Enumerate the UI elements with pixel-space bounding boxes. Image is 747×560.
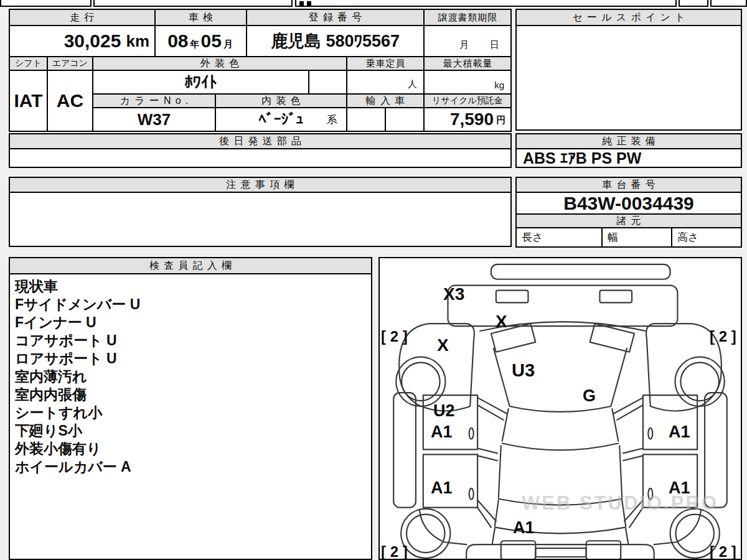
mark-left-front-door: A1 — [431, 422, 453, 442]
spec-width-cell: 幅 — [601, 227, 672, 248]
interior-color-suffix: 系 — [327, 113, 337, 127]
exterior-color-header: 外装色 — [92, 56, 347, 71]
wheel-shapes — [396, 357, 725, 558]
notes-header: 注意事項欄 — [9, 177, 512, 193]
inspector-note-item: 室内内張傷 — [15, 386, 366, 404]
mileage-unit: km — [126, 32, 149, 51]
front-bumper-shape — [448, 264, 677, 326]
mark-front-bumper: X3 — [443, 284, 464, 304]
mileage-header: 走行 — [9, 9, 156, 26]
sales-point-value — [515, 25, 742, 131]
interior-color-value: ﾍﾞｰｼﾞｭ 系 — [215, 107, 347, 132]
spec-width-label: 幅 — [608, 230, 618, 245]
inspection-expiry-value: 08 年 05 月 — [154, 25, 247, 57]
later-shipping-parts-value — [9, 148, 512, 168]
sales-point-header: セールスポイント — [515, 9, 742, 26]
shift-value: IAT — [9, 70, 48, 132]
inspection-month: 05 — [201, 30, 222, 52]
imported-car-cell-2 — [385, 107, 425, 132]
shift-header: シフト — [9, 56, 48, 71]
specs-header: 諸元 — [515, 213, 742, 228]
mark-rear-panel: A1 — [513, 518, 535, 538]
chassis-no-value: B43W-0034439 — [515, 192, 742, 215]
max-load-header: 最大積載量 — [423, 56, 512, 71]
cropped-row-cell — [679, 0, 708, 7]
spec-height-cell: 高さ — [671, 227, 742, 248]
tire-mark-rear-right: [ 2 ] — [710, 543, 736, 560]
inspector-note-item: Fサイドメンバー U — [15, 296, 366, 314]
inspector-note-item: ホイールカバー A — [15, 458, 366, 476]
inspector-note-item: 外装小傷有り — [15, 440, 366, 458]
inspector-note-item: 下廻りS小 — [15, 422, 366, 440]
mark-windshield: G — [583, 386, 596, 406]
transfer-docs-deadline-value: 月 日 — [423, 25, 512, 57]
max-load-unit: kg — [494, 80, 504, 90]
mark-hood: U3 — [512, 360, 535, 381]
cropped-text-remnant — [307, 1, 311, 6]
color-no-value: W37 — [92, 107, 216, 132]
rear-quarter-shapes — [420, 510, 701, 545]
tire-mark-front-right: [ 2 ] — [710, 328, 736, 345]
deadline-month-unit: 月 — [459, 39, 469, 51]
later-shipping-parts-header: 後日発送部品 — [9, 133, 512, 149]
inspector-note-item: 室内薄汚れ — [15, 368, 366, 386]
mileage-number: 30,025 — [64, 30, 121, 52]
mark-right-front-door: A1 — [669, 422, 690, 442]
inspector-notes-header: 検査員記入欄 — [9, 257, 372, 274]
inspector-note-item: 現状車 — [15, 278, 366, 296]
interior-color-header: 内装色 — [215, 93, 347, 108]
tire-mark-front-left: [ 2 ] — [381, 328, 408, 345]
cropped-row-cell — [0, 0, 92, 7]
inspector-note-item: シートすれ小 — [15, 404, 366, 422]
exterior-color-value: ﾎﾜｲﾄ — [92, 70, 309, 95]
mark-left-rear-door: A1 — [431, 478, 453, 498]
capacity-header: 乗車定員 — [346, 56, 425, 71]
chassis-no-header: 車台番号 — [515, 177, 742, 193]
registration-no-header: 登録番号 — [246, 9, 425, 26]
cropped-row-cell — [710, 0, 747, 7]
genuine-equipment-value: ABS ｴｱB PS PW — [515, 148, 742, 168]
mark-right-rear-door: A1 — [669, 478, 690, 498]
cropped-text-remnant — [299, 1, 304, 6]
auction-sheet: 走行 車検 登録番号 譲渡書類期限 30,025 km 08 年 05 月 鹿児… — [0, 0, 747, 560]
genuine-equipment-header: 純正装備 — [515, 133, 742, 149]
inspector-note-item: コアサポート U — [15, 332, 366, 350]
registration-no-value: 鹿児島 580ﾜ5567 — [246, 25, 425, 57]
spec-length-label: 長さ — [522, 230, 543, 245]
inspector-note-item: ロアサポート U — [15, 350, 366, 368]
transfer-docs-deadline-header: 譲渡書類期限 — [423, 9, 512, 26]
mileage-value: 30,025 km — [9, 25, 156, 57]
recycle-deposit-value: 7,590 円 — [423, 107, 512, 132]
windshield-shape — [502, 409, 618, 450]
capacity-unit: 人 — [408, 78, 417, 90]
aircon-value: AC — [47, 70, 93, 132]
mark-left-front-door-upper: U2 — [433, 401, 455, 421]
inspection-expiry-header: 車検 — [154, 9, 247, 26]
notes-value — [9, 192, 512, 247]
recycle-deposit-unit: 円 — [494, 114, 505, 131]
exterior-color-extra-cell — [308, 70, 347, 95]
recycle-deposit-header: リサイクル預託金 — [423, 93, 512, 108]
cropped-row-cell — [93, 0, 293, 7]
car-diagram-box: WEB STUDIO.PRO X3 X X U3 G U2 A1 A1 A1 A… — [378, 257, 742, 560]
recycle-deposit-number: 7,590 — [450, 110, 494, 129]
aircon-header: エアコン — [47, 56, 93, 71]
inspector-notes-body: 現状車 Fサイドメンバー U Fインナー U コアサポート U ロアサポート U… — [9, 273, 372, 560]
inspection-year-unit: 年 — [189, 39, 201, 56]
mark-left-front-fender: X — [437, 335, 449, 355]
imported-car-header: 輸入車 — [346, 93, 425, 108]
spec-length-cell: 長さ — [515, 227, 603, 248]
inspection-year: 08 — [167, 30, 188, 52]
inspector-note-item: Fインナー U — [15, 314, 366, 332]
interior-color-name: ﾍﾞｰｼﾞｭ — [259, 111, 304, 128]
spec-height-label: 高さ — [677, 230, 698, 245]
deadline-day-unit: 日 — [490, 39, 499, 51]
max-load-value: kg — [423, 70, 512, 95]
capacity-value: 人 — [346, 70, 425, 95]
cropped-row-cell — [295, 0, 677, 7]
rear-bumper-shape — [466, 541, 654, 559]
mark-cowl-panel: X — [496, 312, 507, 332]
inspection-month-unit: 月 — [222, 39, 234, 56]
color-no-header: カラーNo. — [92, 93, 216, 108]
imported-car-cell-1 — [346, 107, 386, 132]
